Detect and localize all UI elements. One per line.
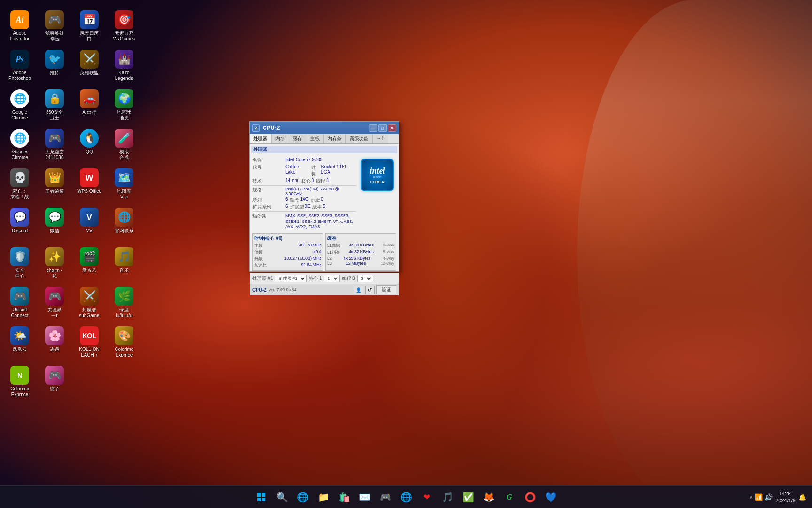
tab-advanced[interactable]: 高级功能	[346, 134, 373, 143]
tab-memory[interactable]: 内存	[272, 134, 289, 143]
desktop-icon-death[interactable]: 💀 死亡：来临！战	[4, 167, 36, 204]
maximize-button[interactable]: □	[378, 124, 387, 132]
tab-mainboard[interactable]: 主板	[306, 134, 324, 143]
close-button[interactable]: ✕	[388, 124, 396, 132]
tab-cpu[interactable]: 处理器	[250, 134, 272, 144]
desktop-icon-dihuqu[interactable]: 🌍 地区球地虎	[108, 87, 140, 125]
desktop-icon-guanwang[interactable]: 🌐 官网联系	[108, 206, 140, 244]
svg-rect-1	[262, 493, 265, 497]
desktop-icon-vivid[interactable]: 🗺️ 地图库Vivi	[108, 167, 140, 204]
wangzhe-icon: 👑	[45, 168, 64, 187]
blue-app-button[interactable]: 💙	[541, 488, 560, 507]
desktop-icon-nvidia[interactable]: N ColorimcExprnce	[4, 364, 36, 402]
desktop-icon-kairo[interactable]: 🏰 KairoLegends	[108, 48, 140, 86]
notification-icon[interactable]: 🔔	[798, 493, 806, 501]
search-button[interactable]: 🔍	[273, 488, 291, 507]
jiyu-label: 迹遇	[50, 347, 59, 352]
tab-arrow[interactable]: →T	[373, 134, 388, 143]
fengyun-icon: 🌤️	[10, 326, 29, 345]
desktop-icon-wechat[interactable]: 💬 微信	[39, 206, 70, 244]
window-titlebar[interactable]: Z CPU-Z ─ □ ✕	[250, 122, 399, 134]
desktop-icon-chrome2[interactable]: 🌐 GoogleChrome	[4, 127, 36, 165]
desktop-icon-meijing[interactable]: 🎮 美境界一r	[39, 285, 70, 323]
futuregames-label: 天龙虚空2411030	[45, 149, 64, 160]
todo-button[interactable]: ✅	[459, 488, 477, 507]
desktop-icon-ubisoft[interactable]: 🎮 UbisoftConnect	[4, 285, 36, 323]
chrome-taskbar-button[interactable]: 🌐	[397, 488, 415, 507]
desktop-icon-yinyue[interactable]: 🎵 音乐	[108, 246, 140, 283]
fengwu-icon: 🎮	[45, 10, 64, 29]
desktop-icon-qq[interactable]: 🐧 QQ	[73, 127, 105, 165]
twitter-label: 推特	[50, 70, 59, 76]
desktop-icon-luli[interactable]: 🌿 绿里lu/lu.u/u	[108, 285, 140, 323]
person-icon-btn[interactable]: 👤	[354, 286, 363, 294]
cpu-family-value: 6	[285, 197, 288, 203]
tab-cache[interactable]: 缓存	[289, 134, 306, 143]
core-select[interactable]: 1	[324, 275, 340, 282]
desktop-icon-jiaozi[interactable]: 🎮 饺子	[39, 364, 70, 402]
cpu-name-label: 名称	[252, 157, 285, 164]
intel-badge-area: intel inside CORE i7	[359, 157, 396, 231]
kol-label: KOLLIONEACH 7	[79, 347, 99, 358]
ps-label: AdobePhotoshop	[8, 70, 31, 81]
cpu-spec-label: 规格	[252, 187, 285, 196]
green-app-icon: G	[507, 493, 512, 501]
desktop-icon-wps[interactable]: W WPS Office	[73, 167, 105, 204]
explorer-button[interactable]: 📁	[314, 488, 333, 507]
desktop-icon-lianmeng[interactable]: ⚔️ 英雄联盟	[73, 48, 105, 86]
thread-label: 线程 8	[342, 275, 355, 282]
desktop-icon-jiyu[interactable]: 🌸 迹遇	[39, 325, 70, 362]
desktop-icon-discord[interactable]: 💬 Discord	[4, 206, 36, 244]
wechat-label: 微信	[50, 228, 59, 234]
wps-icon: W	[80, 168, 99, 187]
desktop-icon-fengwu[interactable]: 🎮 觉醒英雄·幸运	[39, 8, 70, 46]
desktop-icon-moji[interactable]: 🧪 模拟合成	[108, 127, 140, 165]
thread-select[interactable]: 8	[357, 275, 373, 282]
circle-app-button[interactable]: ⭕	[521, 488, 539, 507]
validate-button[interactable]: 验证	[376, 285, 396, 294]
l1data-value: 4x 32 KBytes	[349, 243, 374, 249]
desktop-icon-vv[interactable]: V VV	[73, 206, 105, 244]
desktop-icon-rili[interactable]: 📅 风景日历口	[73, 8, 105, 46]
desktop-icon-fengmo[interactable]: ⚔️ 封魔者subGame	[73, 285, 105, 323]
desktop-icon-charm[interactable]: ✨ charm -私	[39, 246, 70, 283]
ai-label: AdobeIllustrator	[10, 31, 29, 42]
wangzhe-label: 王者荣耀	[45, 189, 64, 194]
bus-value: 100.27 (±0.03) MHz	[284, 256, 321, 262]
cpu-select-dropdown[interactable]: 处理器 #1	[275, 275, 307, 282]
desktop-icon-colorimc[interactable]: 🎨 ColorimcExprnce	[108, 325, 140, 362]
refresh-icon-btn[interactable]: ↺	[365, 286, 375, 294]
cpu-family-label: 系列	[252, 197, 285, 203]
mail-button[interactable]: ✉️	[355, 488, 374, 507]
green-app-button[interactable]: G	[500, 488, 519, 507]
desktop-icon-fengyun[interactable]: 🌤️ 凤凰云	[4, 325, 36, 362]
desktop-icon-wangzhe[interactable]: 👑 王者荣耀	[39, 167, 70, 204]
minimize-button[interactable]: ─	[369, 124, 377, 132]
red-app-button[interactable]: ❤	[417, 488, 436, 507]
desktop-icon-ai[interactable]: Ai AdobeIllustrator	[4, 8, 36, 46]
l1inst-way: 8-way	[383, 249, 394, 255]
wxgames-label: 元素力乃WxGames	[113, 31, 135, 42]
desktop-icon-360[interactable]: 🔒 360安全卫士	[39, 87, 70, 125]
start-button[interactable]	[252, 488, 271, 507]
chrome-icon: 🌐	[10, 89, 29, 108]
cpu-codename-value: Coffee Lake	[285, 164, 309, 177]
store-button[interactable]: 🛍️	[335, 488, 353, 507]
tab-dimm[interactable]: 内存条	[324, 134, 346, 143]
game-button[interactable]: 🎮	[376, 488, 395, 507]
desktop-icon-chrome[interactable]: 🌐 GoogleChrome	[4, 87, 36, 125]
tray-chevron[interactable]: ∧	[750, 494, 753, 500]
cpu-extmodel-label: 扩展型	[290, 204, 304, 210]
desktop-icon-wxgames[interactable]: 🎯 元素力乃WxGames	[108, 8, 140, 46]
desktop-icon-kol[interactable]: KOL KOLLIONEACH 7	[73, 325, 105, 362]
desktop-icon-iqiyi[interactable]: 🎬 爱奇艺	[73, 246, 105, 283]
desktop-icon-futuregames[interactable]: 🎮 天龙虚空2411030	[39, 127, 70, 165]
firefox-button[interactable]: 🦊	[479, 488, 498, 507]
desktop-icon-twitter[interactable]: 🐦 推特	[39, 48, 70, 86]
edge-button[interactable]: 🌐	[293, 488, 312, 507]
multiplier-row: 倍频 x9.0	[254, 249, 321, 255]
music-button[interactable]: 🎵	[438, 488, 457, 507]
desktop-icon-aichuxing[interactable]: 🚗 AI出行	[73, 87, 105, 125]
desktop-icon-ps[interactable]: Ps AdobePhotoshop	[4, 48, 36, 86]
desktop-icon-security[interactable]: 🛡️ 安全中心	[4, 246, 36, 283]
